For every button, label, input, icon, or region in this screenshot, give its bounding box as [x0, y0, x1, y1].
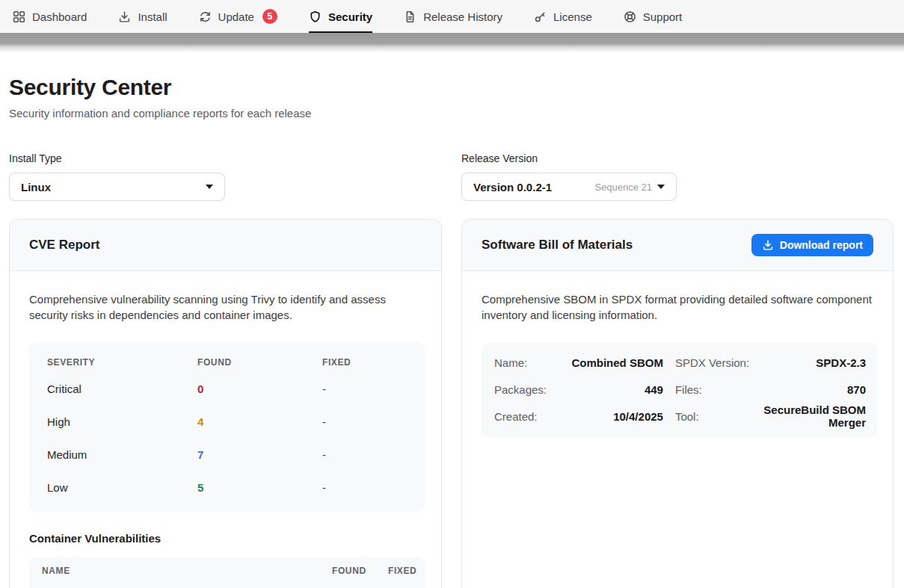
nav-label: Security [328, 10, 372, 23]
name-col-header: NAME [42, 557, 332, 585]
download-icon [118, 10, 131, 23]
sbom-detail-label: Name: [494, 349, 547, 376]
nav-item-dashboard[interactable]: Dashboard [13, 0, 87, 33]
fixed-col-header: FIXED [322, 351, 410, 372]
found-col-header: FOUND [332, 557, 388, 585]
severity-found-value: 0 [197, 372, 322, 405]
severity-found-value: 5 [197, 471, 322, 504]
sbom-detail-label: SPDX Version: [675, 349, 749, 376]
install-type-select[interactable]: Linux [9, 173, 225, 201]
download-report-button[interactable]: Download report [751, 234, 873, 256]
severity-table: SEVERITY FOUND FIXED Critical 0 - High 4… [29, 342, 425, 513]
sbom-card: Software Bill of Materials Download repo… [461, 219, 894, 588]
container-vulnerabilities-title: Container Vulnerabilities [29, 532, 423, 545]
sbom-detail-value: SecureBuild SBOM Merger [761, 403, 866, 430]
sbom-detail-value: SPDX-2.3 [761, 349, 866, 376]
sbom-detail-value: 449 [559, 376, 663, 403]
release-version-value: Version 0.0.2-1 [473, 181, 552, 194]
document-icon [404, 10, 416, 23]
severity-name: Critical [47, 372, 197, 405]
severity-fixed-value: - [322, 372, 410, 405]
severity-col-header: SEVERITY [47, 351, 197, 372]
release-version-select[interactable]: Version 0.0.2-1 Sequence 21 [461, 173, 677, 201]
sbom-detail-label: Tool: [675, 403, 749, 430]
release-version-label: Release Version [461, 152, 894, 164]
nav-item-install[interactable]: Install [118, 0, 167, 33]
nav-item-security[interactable]: Security [309, 0, 372, 33]
update-count-badge: 5 [262, 9, 277, 24]
install-type-value: Linux [21, 181, 51, 194]
nav-item-support[interactable]: Support [624, 0, 683, 33]
nav-label: Support [643, 10, 683, 23]
severity-name: High [47, 405, 197, 438]
sbom-detail-value: 870 [761, 376, 866, 403]
nav-label: Install [138, 10, 167, 23]
chevron-down-icon [206, 185, 213, 189]
shield-icon [309, 10, 322, 23]
nav-label: Update [218, 10, 254, 23]
severity-found-value: 7 [197, 438, 322, 471]
download-report-label: Download report [780, 239, 863, 251]
nav-item-update[interactable]: Update 5 [199, 0, 277, 33]
release-sequence-label: Sequence 21 [594, 182, 652, 193]
severity-fixed-value: - [322, 438, 410, 471]
severity-fixed-value: - [322, 471, 410, 504]
nav-label: Release History [423, 10, 502, 23]
cve-report-title: CVE Report [29, 238, 99, 253]
sbom-detail-value: Combined SBOM [559, 349, 663, 376]
severity-fixed-value: - [322, 405, 410, 438]
top-nav: Dashboard Install Update 5 Security [0, 0, 904, 33]
cve-report-description: Comprehensive vulnerability scanning usi… [29, 291, 423, 323]
filters-row: Install Type Linux Release Version Versi… [9, 152, 895, 201]
sbom-detail-value: 10/4/2025 [559, 403, 663, 430]
key-icon [534, 10, 547, 23]
sbom-details: Name: Combined SBOM SPDX Version: SPDX-2… [482, 343, 878, 437]
found-col-header: FOUND [197, 351, 322, 372]
severity-name: Low [47, 471, 197, 504]
sbom-title: Software Bill of Materials [482, 238, 633, 253]
sbom-detail-label: Created: [494, 403, 547, 430]
download-icon [762, 239, 774, 251]
severity-name: Medium [47, 438, 197, 471]
sbom-detail-label: Files: [675, 376, 749, 403]
nav-item-license[interactable]: License [534, 0, 592, 33]
life-buoy-icon [624, 10, 636, 23]
page-subtitle: Security information and compliance repo… [9, 107, 894, 120]
nav-label: License [553, 10, 592, 23]
nav-shadow-band [0, 33, 904, 52]
page-title: Security Center [9, 75, 894, 100]
nav-item-release-history[interactable]: Release History [404, 0, 502, 33]
sbom-description: Comprehensive SBOM in SPDX format provid… [482, 291, 875, 323]
nav-label: Dashboard [32, 10, 87, 23]
sbom-detail-label: Packages: [494, 376, 547, 403]
cve-report-card: CVE Report Comprehensive vulnerability s… [9, 219, 442, 588]
severity-found-value: 4 [197, 405, 322, 438]
container-vulnerabilities-table-header: NAME FOUND FIXED [29, 557, 425, 588]
chevron-down-icon [657, 185, 665, 189]
fixed-col-header: FIXED [388, 557, 419, 585]
refresh-icon [199, 10, 212, 23]
dashboard-icon [13, 10, 25, 23]
install-type-label: Install Type [9, 152, 442, 164]
